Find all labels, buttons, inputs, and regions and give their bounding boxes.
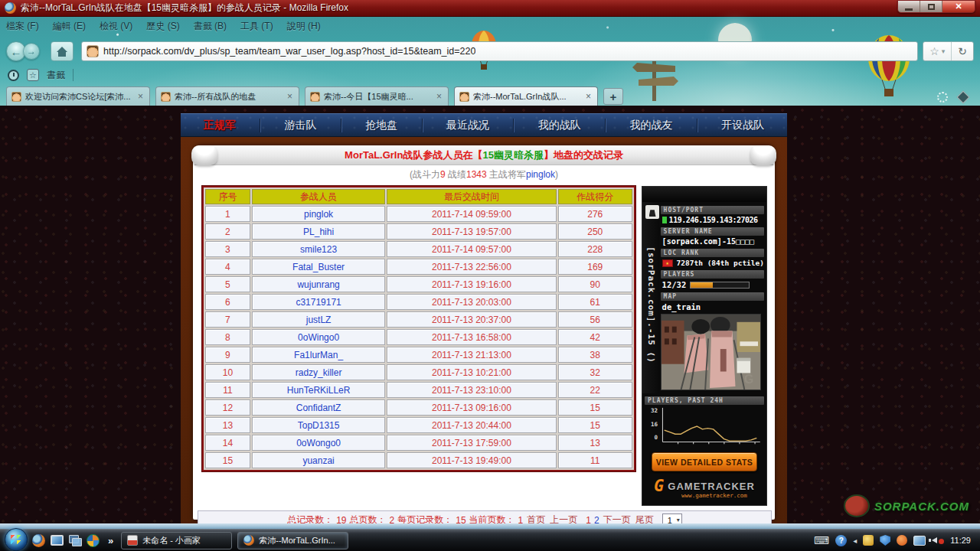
taskbar: » 未命名 - 小画家 索沛--MorTaL.GrIn... ⌨ ? ◂ 11:… <box>0 529 980 551</box>
player-name-link[interactable]: radzy_killer <box>252 364 386 380</box>
quicklaunch-overflow-icon[interactable]: » <box>108 535 113 546</box>
site-nav-item[interactable]: 正规军 <box>204 119 236 132</box>
player-name-link[interactable]: Fa1lurMan_ <box>252 347 386 363</box>
site-nav: 正规军游击队抢地盘最近战况我的战队我的战友开设战队 <box>181 113 787 137</box>
graph-label: PLAYERS, PAST 24H <box>645 396 764 405</box>
browser-tab[interactable]: 索沛--今日【15幽灵暗...× <box>305 86 449 106</box>
site-nav-item[interactable]: 抢地盘 <box>365 119 397 132</box>
menu-item[interactable]: 書籤 (B) <box>194 20 227 33</box>
tray-icon-orange[interactable] <box>897 535 907 546</box>
table-row: 15yuanzai2011-7-13 19:49:0011 <box>205 452 632 468</box>
server-name-highlight: 15幽灵暗杀服 <box>482 149 543 161</box>
players-progress-bar <box>690 282 750 289</box>
menu-item[interactable]: 工具 (T) <box>240 20 273 33</box>
gametracker-brand-text: GAMETRACKER <box>668 481 755 492</box>
player-name-link[interactable]: PL_hihi <box>252 223 386 240</box>
player-name-link[interactable]: yuanzai <box>252 452 386 468</box>
browser-tab[interactable]: 索沛--所有战队的地盘× <box>155 86 299 106</box>
minimize-button[interactable] <box>898 1 920 12</box>
site-nav-item[interactable]: 游击队 <box>284 119 316 132</box>
menu-item[interactable]: 歷史 (S) <box>146 20 179 33</box>
site-nav-item[interactable]: 最近战况 <box>446 119 489 132</box>
battle-score: 15 <box>558 417 632 433</box>
player-name-link[interactable]: ConfidantZ <box>252 399 386 416</box>
url-bar[interactable]: http://sorpack.com/dv_plus/sp_team/team_… <box>81 41 918 61</box>
reload-button[interactable]: ↻ <box>952 42 973 60</box>
battle-score: 13 <box>558 435 632 451</box>
quicklaunch-media-player-icon[interactable] <box>87 534 100 547</box>
gametracker-logo-icon: G <box>654 478 664 494</box>
volume-muted-icon[interactable] <box>932 535 944 546</box>
tab-close-icon[interactable]: × <box>584 91 593 102</box>
quicklaunch-firefox-icon[interactable] <box>32 534 45 547</box>
select-dropdown-icon: ▾ <box>677 517 680 523</box>
tab-strip: 欢迎访问索沛CS论坛[索沛...×索沛--所有战队的地盘×索沛--今日【15幽灵… <box>0 84 980 106</box>
view-detailed-stats-button[interactable]: VIEW DETAILED STATS <box>652 452 757 471</box>
player-name-link[interactable]: 0oWingo0 <box>252 329 386 345</box>
battle-time: 2011-7-13 22:56:00 <box>387 259 556 275</box>
bookmarks-star-icon[interactable]: ☆ <box>27 69 39 81</box>
bookmarks-menu-button[interactable]: 書籤 <box>47 69 65 82</box>
menu-item[interactable]: 編輯 (E) <box>53 20 86 33</box>
tab-close-icon[interactable]: × <box>136 91 145 102</box>
row-index: 1 <box>205 206 250 222</box>
tray-expand-icon[interactable]: ◂ <box>853 536 857 545</box>
battle-score: 22 <box>558 382 632 398</box>
forward-button[interactable]: → <box>23 43 40 60</box>
player-name-link[interactable]: TopD1315 <box>252 417 386 433</box>
battle-score: 61 <box>558 294 632 310</box>
tab-close-icon[interactable]: × <box>286 91 294 102</box>
player-name-link[interactable]: pinglok <box>252 206 386 222</box>
taskbar-button-firefox[interactable]: 索沛--MorTaL.GrIn... <box>237 532 348 549</box>
player-name-link[interactable]: 0oWongo0 <box>252 435 386 451</box>
site-nav-item[interactable]: 我的战友 <box>629 119 672 132</box>
player-name-link[interactable]: smile123 <box>252 241 386 257</box>
battle-time: 2011-7-14 09:57:00 <box>387 241 556 257</box>
site-nav-item[interactable]: 开设战队 <box>721 119 764 132</box>
menu-item[interactable]: 檢視 (V) <box>100 20 132 33</box>
list-all-tabs-icon[interactable] <box>957 91 970 104</box>
keyboard-layout-icon[interactable]: ⌨ <box>814 534 829 546</box>
player-name-link[interactable]: justLZ <box>252 311 386 328</box>
home-button[interactable] <box>51 41 74 61</box>
menu-item[interactable]: 檔案 (F) <box>6 20 39 33</box>
tab-close-icon[interactable]: × <box>435 91 443 102</box>
row-index: 7 <box>205 311 250 328</box>
browser-tab[interactable]: 欢迎访问索沛CS论坛[索沛...× <box>6 86 150 106</box>
player-name-link[interactable]: Fatal_Buster <box>252 259 386 275</box>
close-button[interactable]: ✕ <box>942 1 975 12</box>
start-button[interactable] <box>5 528 28 551</box>
battle-score: 276 <box>558 206 632 222</box>
tray-shield-icon[interactable] <box>880 535 890 546</box>
table-row: 80oWingo02011-7-13 16:58:0042 <box>205 329 632 345</box>
gametracker-brand[interactable]: G GAMETRACKER <box>642 478 766 494</box>
quicklaunch-window-switcher-icon[interactable] <box>69 535 81 546</box>
row-index: 3 <box>205 241 250 257</box>
table-row: 1pinglok2011-7-14 09:59:00276 <box>205 206 632 222</box>
screen: { "window": { "title": "索沛--MorTaL.GrIn战… <box>0 0 980 551</box>
sorpack-logo-icon <box>844 494 870 517</box>
new-tab-button[interactable]: + <box>603 88 623 105</box>
taskbar-button-paint[interactable]: 未命名 - 小画家 <box>121 532 232 549</box>
player-name-link[interactable]: c31719171 <box>252 294 386 310</box>
url-text[interactable]: http://sorpack.com/dv_plus/sp_team/team_… <box>103 46 475 57</box>
tray-icon-yellow[interactable] <box>863 535 874 546</box>
menu-item[interactable]: 說明 (H) <box>287 20 321 33</box>
star-dropdown-icon[interactable]: ▾ <box>942 47 946 55</box>
site-nav-item[interactable]: 我的战队 <box>538 119 581 132</box>
quicklaunch-desktop-icon[interactable] <box>51 535 64 546</box>
bookmark-star-button[interactable]: ☆▾ <box>923 42 952 60</box>
tab-title: 欢迎访问索沛CS论坛[索沛... <box>25 91 132 103</box>
player-name-link[interactable]: HunTeRKiLLeR <box>252 382 386 398</box>
browser-tab[interactable]: 索沛--MorTaL.GrIn战队...× <box>454 86 598 106</box>
player-name-link[interactable]: wujunrang <box>252 276 386 292</box>
url-actions: ☆▾ ↻ <box>923 41 974 61</box>
network-tray-icon[interactable] <box>913 536 926 546</box>
battle-time: 2011-7-14 09:59:00 <box>387 206 556 222</box>
general-name-link[interactable]: pinglok <box>526 169 555 180</box>
maximize-button[interactable] <box>920 1 942 12</box>
help-tray-icon[interactable]: ? <box>835 535 847 546</box>
history-icon[interactable] <box>8 70 19 81</box>
taskbar-clock[interactable]: 11:29 <box>950 536 971 545</box>
server-name-label: SERVER NAME <box>661 227 764 236</box>
